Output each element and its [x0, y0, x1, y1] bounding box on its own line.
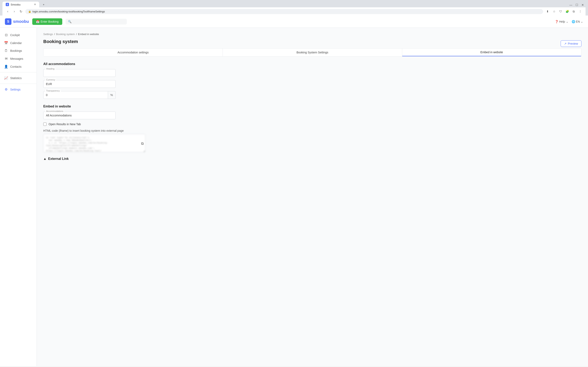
sidebar-item-calendar[interactable]: 📅 Calendar	[0, 39, 36, 47]
sidebar-item-cockpit[interactable]: ⊡ Cockpit	[0, 31, 36, 39]
cockpit-icon: ⊡	[4, 33, 8, 37]
breadcrumb-booking-system[interactable]: Booking system	[56, 33, 75, 36]
tab-title: Smoobu	[11, 3, 20, 6]
breadcrumb: Settings / Booking system / Embed in web…	[43, 33, 581, 36]
favicon: S	[6, 3, 9, 6]
window-close[interactable]: ✕	[580, 2, 586, 7]
preview-button[interactable]: ↗ Preview	[561, 40, 581, 47]
help-chevron-icon: ⌄	[566, 20, 568, 23]
sidebar-item-settings[interactable]: ⚙ Settings	[0, 85, 36, 93]
heading-label: Heading	[45, 67, 55, 70]
breadcrumb-sep-1: /	[54, 33, 55, 36]
external-link-icon: ↗	[564, 42, 567, 45]
search-bar[interactable]: 🔍	[66, 19, 127, 25]
page-title: Booking system	[43, 39, 78, 44]
sidebar-item-statistics[interactable]: 📈 Statistics	[0, 74, 36, 82]
transparency-row: %	[43, 91, 116, 99]
currency-input[interactable]	[43, 80, 116, 88]
transparency-input[interactable]	[43, 91, 108, 99]
sidebar-divider-2	[0, 83, 36, 84]
html-code-label: HTML code (iframe) to insert booking sys…	[43, 129, 581, 132]
open-new-tab-checkbox[interactable]	[43, 123, 47, 126]
main-content: Settings / Booking system / Embed in web…	[37, 28, 588, 366]
forward-button[interactable]: ›	[11, 8, 17, 14]
tab-embed-in-website[interactable]: Embed in website	[402, 49, 581, 56]
globe-icon: 🌐	[572, 20, 575, 23]
sidebar-item-contacts[interactable]: 👤 Contacts	[0, 63, 36, 71]
search-icon: 🔍	[68, 20, 71, 23]
page-title-row: Booking system ↗ Preview	[43, 39, 581, 48]
new-tab-button[interactable]: +	[40, 2, 48, 7]
external-link-chevron-icon: ▲	[43, 157, 47, 161]
back-button[interactable]: ‹	[5, 8, 11, 14]
currency-field-group: Currency	[43, 80, 116, 88]
all-accommodations-title: All accommodations	[43, 62, 581, 66]
accommodations-label: Accommodations	[45, 110, 64, 112]
messages-icon: ✉	[4, 57, 8, 60]
bookings-icon: 🗒	[4, 49, 8, 53]
shield-button[interactable]: 🛡	[558, 8, 563, 14]
html-code-textarea[interactable]: sc ript type='te xt/javascript'> var smo…	[43, 134, 145, 152]
settings-icon: ⚙	[4, 87, 8, 91]
tab-accommodation-settings[interactable]: Accommodation settings	[43, 49, 223, 56]
breadcrumb-settings[interactable]: Settings	[43, 33, 53, 36]
embed-in-website-section: Embed in website Accommodations Open Res…	[43, 105, 581, 161]
code-area-wrapper: sc ript type='te xt/javascript'> var smo…	[43, 134, 145, 153]
logo-icon: S	[5, 18, 11, 25]
refresh-button[interactable]: ↻	[18, 8, 24, 14]
heading-input[interactable]	[43, 69, 116, 77]
contacts-icon: 👤	[4, 65, 8, 68]
main-layout: ⊡ Cockpit 📅 Calendar 🗒 Bookings ✉ Messag…	[0, 28, 588, 366]
extensions-button[interactable]: 🧩	[564, 8, 570, 14]
logo-text: smoobu	[13, 19, 29, 24]
bookmark-button[interactable]: ☆	[551, 8, 557, 14]
sidebar-item-messages[interactable]: ✉ Messages	[0, 55, 36, 63]
sidebar-item-bookings[interactable]: 🗒 Bookings	[0, 47, 36, 55]
browser-chrome: S Smoobu × + — ☐ ✕ ‹ › ↻ 🔒 login.smoobu.…	[0, 0, 588, 16]
calendar-icon: 📅	[36, 20, 39, 23]
menu-button[interactable]: ⋮	[577, 8, 583, 14]
transparency-field-group: Transparency %	[43, 91, 581, 99]
address-bar: ‹ › ↻ 🔒 login.smoobu.com/en/booking-tool…	[2, 7, 586, 16]
external-link-header[interactable]: ▲ External Link	[43, 157, 581, 161]
active-tab: S Smoobu ×	[2, 2, 39, 7]
external-link-label: External Link	[48, 157, 69, 161]
help-icon: ❓	[555, 20, 558, 23]
heading-field-group: Heading	[43, 69, 116, 77]
accommodations-input[interactable]	[43, 111, 116, 119]
app-wrapper: S smoobu 📅 Enter Booking 🔍 ❓ Help ⌄ 🌐 EN…	[0, 16, 588, 366]
window-maximize[interactable]: ☐	[574, 2, 580, 7]
window-minimize[interactable]: —	[568, 2, 574, 7]
enter-booking-button[interactable]: 📅 Enter Booking	[32, 18, 62, 25]
open-new-tab-row: Open Results in New Tab	[43, 123, 581, 126]
lang-chevron-icon: ⌄	[581, 20, 583, 23]
currency-label: Currency	[45, 78, 56, 81]
sidebar-divider	[0, 72, 36, 72]
breadcrumb-embed: Embed in website	[78, 33, 99, 36]
tab-booking-system-settings[interactable]: Booking System Settings	[223, 49, 402, 56]
nav-buttons: ‹ › ↻	[5, 8, 24, 14]
sidebar: ⊡ Cockpit 📅 Calendar 🗒 Bookings ✉ Messag…	[0, 28, 37, 366]
help-button[interactable]: ❓ Help ⌄	[555, 20, 568, 23]
browser-tabs: S Smoobu × + — ☐ ✕	[2, 2, 586, 7]
embed-section-title: Embed in website	[43, 105, 581, 108]
statistics-icon: 📈	[4, 76, 8, 80]
download-button[interactable]: ⬇	[545, 8, 550, 14]
html-code-section: HTML code (iframe) to insert booking sys…	[43, 129, 581, 153]
url-text: login.smoobu.com/en/booking-tool/booking…	[33, 10, 105, 13]
copy-button[interactable]: ⧉	[141, 141, 144, 146]
url-input[interactable]: 🔒 login.smoobu.com/en/booking-tool/booki…	[25, 9, 543, 14]
profile-button[interactable]: ⧉	[571, 8, 577, 14]
browser-action-buttons: ⬇ ☆ 🛡 🧩 ⧉ ⋮	[545, 8, 583, 14]
calendar-icon: 📅	[4, 41, 8, 45]
language-button[interactable]: 🌐 EN ⌄	[572, 20, 583, 23]
breadcrumb-sep-2: /	[76, 33, 77, 36]
transparency-label: Transparency	[45, 90, 61, 92]
copy-icon: ⧉	[141, 141, 144, 145]
logo: S smoobu	[5, 18, 29, 25]
header-right: ❓ Help ⌄ 🌐 EN ⌄	[555, 20, 583, 23]
open-new-tab-label[interactable]: Open Results in New Tab	[49, 123, 81, 126]
all-accommodations-section: All accommodations Heading Currency Tran…	[43, 62, 581, 99]
accommodations-field-group: Accommodations	[43, 111, 116, 119]
tab-close-button[interactable]: ×	[34, 3, 36, 6]
